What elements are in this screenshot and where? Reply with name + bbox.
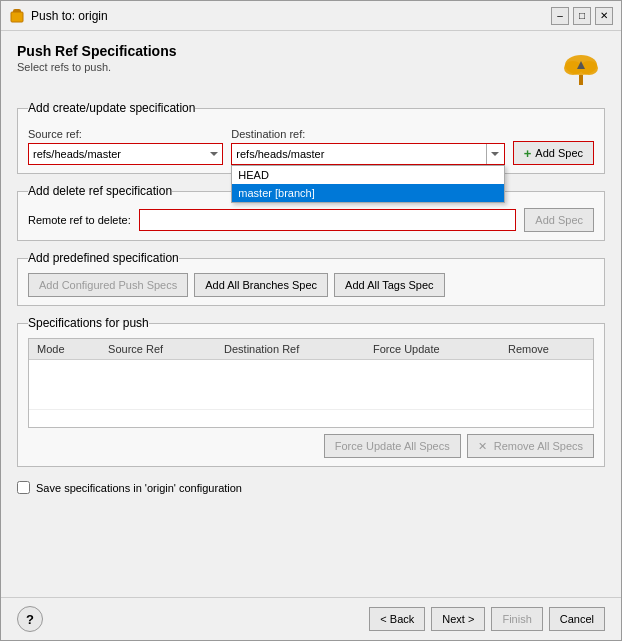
add-spec-row: Source ref: refs/heads/master Destinatio… xyxy=(28,123,594,165)
col-source: Source Ref xyxy=(100,339,216,360)
remove-icon: ✕ xyxy=(478,440,487,453)
window-icon xyxy=(9,8,25,24)
save-checkbox[interactable] xyxy=(17,481,30,494)
specs-legend: Specifications for push xyxy=(28,316,149,330)
content-area: Push Ref Specifications Select refs to p… xyxy=(1,31,621,597)
window-controls: – □ ✕ xyxy=(551,7,613,25)
add-spec-button[interactable]: + Add Spec xyxy=(513,141,594,165)
cancel-button[interactable]: Cancel xyxy=(549,607,605,631)
dest-ref-field: Destination ref: HEAD master [branch] xyxy=(231,128,504,165)
predefined-legend: Add predefined specification xyxy=(28,251,179,265)
force-update-button[interactable]: Force Update All Specs xyxy=(324,434,461,458)
col-mode: Mode xyxy=(29,339,100,360)
finish-label: Finish xyxy=(502,613,531,625)
specs-fieldset: Specifications for push Mode Source Ref … xyxy=(17,316,605,467)
remote-ref-label: Remote ref to delete: xyxy=(28,214,131,226)
source-ref-select[interactable]: refs/heads/master xyxy=(28,143,223,165)
cancel-label: Cancel xyxy=(560,613,594,625)
delete-add-spec-label: Add Spec xyxy=(535,214,583,226)
dest-dropdown-wrapper: HEAD master [branch] xyxy=(231,143,504,165)
main-window: Push to: origin – □ ✕ Push Ref Specifica… xyxy=(0,0,622,641)
delete-add-spec-button[interactable]: Add Spec xyxy=(524,208,594,232)
add-spec-label: Add Spec xyxy=(535,147,583,159)
svg-rect-4 xyxy=(579,75,583,85)
close-button[interactable]: ✕ xyxy=(595,7,613,25)
add-configured-button[interactable]: Add Configured Push Specs xyxy=(28,273,188,297)
minimize-button[interactable]: – xyxy=(551,7,569,25)
source-ref-field: Source ref: refs/heads/master xyxy=(28,128,223,165)
dest-dropdown-arrow[interactable] xyxy=(486,144,504,164)
title-bar: Push to: origin – □ ✕ xyxy=(1,1,621,31)
footer-left: ? xyxy=(17,606,43,632)
add-tags-label: Add All Tags Spec xyxy=(345,279,433,291)
add-update-legend: Add create/update specification xyxy=(28,101,195,115)
plus-icon: + xyxy=(524,146,532,161)
back-button[interactable]: < Back xyxy=(369,607,425,631)
remove-all-label: Remove All Specs xyxy=(494,440,583,452)
force-update-label: Force Update All Specs xyxy=(335,440,450,452)
finish-button[interactable]: Finish xyxy=(491,607,542,631)
footer-nav: < Back Next > Finish Cancel xyxy=(369,607,605,631)
specs-table-body xyxy=(29,360,593,410)
add-branches-label: Add All Branches Spec xyxy=(205,279,317,291)
dest-input-container xyxy=(231,143,504,165)
save-checkbox-label: Save specifications in 'origin' configur… xyxy=(36,482,242,494)
back-label: < Back xyxy=(380,613,414,625)
empty-cell xyxy=(29,360,593,410)
maximize-button[interactable]: □ xyxy=(573,7,591,25)
predefined-fieldset: Add predefined specification Add Configu… xyxy=(17,251,605,306)
specs-header-row: Mode Source Ref Destination Ref Force Up… xyxy=(29,339,593,360)
bottom-buttons: Force Update All Specs ✕ Remove All Spec… xyxy=(28,434,594,458)
page-title: Push Ref Specifications xyxy=(17,43,176,59)
predefined-buttons-row: Add Configured Push Specs Add All Branch… xyxy=(28,273,594,297)
col-dest: Destination Ref xyxy=(216,339,365,360)
empty-row xyxy=(29,360,593,410)
specs-table: Mode Source Ref Destination Ref Force Up… xyxy=(29,339,593,410)
cloud-icon xyxy=(557,43,605,91)
remove-all-button[interactable]: ✕ Remove All Specs xyxy=(467,434,594,458)
save-checkbox-row: Save specifications in 'origin' configur… xyxy=(17,481,605,494)
footer: ? < Back Next > Finish Cancel xyxy=(1,597,621,640)
col-force: Force Update xyxy=(365,339,500,360)
dropdown-item-head[interactable]: HEAD xyxy=(232,166,503,184)
next-label: Next > xyxy=(442,613,474,625)
help-button[interactable]: ? xyxy=(17,606,43,632)
delete-spec-legend: Add delete ref specification xyxy=(28,184,172,198)
add-configured-label: Add Configured Push Specs xyxy=(39,279,177,291)
dest-ref-label: Destination ref: xyxy=(231,128,504,140)
dropdown-item-master[interactable]: master [branch] xyxy=(232,184,503,202)
delete-section-row: Remote ref to delete: Add Spec xyxy=(28,208,594,232)
next-button[interactable]: Next > xyxy=(431,607,485,631)
dest-dropdown-list: HEAD master [branch] xyxy=(231,165,504,203)
page-header: Push Ref Specifications Select refs to p… xyxy=(17,43,605,91)
add-update-fieldset: Add create/update specification Source r… xyxy=(17,101,605,174)
page-header-left: Push Ref Specifications Select refs to p… xyxy=(17,43,176,73)
source-ref-label: Source ref: xyxy=(28,128,223,140)
page-subtitle: Select refs to push. xyxy=(17,61,176,73)
add-tags-button[interactable]: Add All Tags Spec xyxy=(334,273,444,297)
col-remove: Remove xyxy=(500,339,593,360)
specs-table-head: Mode Source Ref Destination Ref Force Up… xyxy=(29,339,593,360)
add-branches-button[interactable]: Add All Branches Spec xyxy=(194,273,328,297)
dest-ref-input[interactable] xyxy=(232,144,485,164)
remote-ref-input[interactable] xyxy=(139,209,517,231)
svg-rect-0 xyxy=(11,12,23,22)
specs-table-container: Mode Source Ref Destination Ref Force Up… xyxy=(28,338,594,428)
window-title: Push to: origin xyxy=(31,9,551,23)
